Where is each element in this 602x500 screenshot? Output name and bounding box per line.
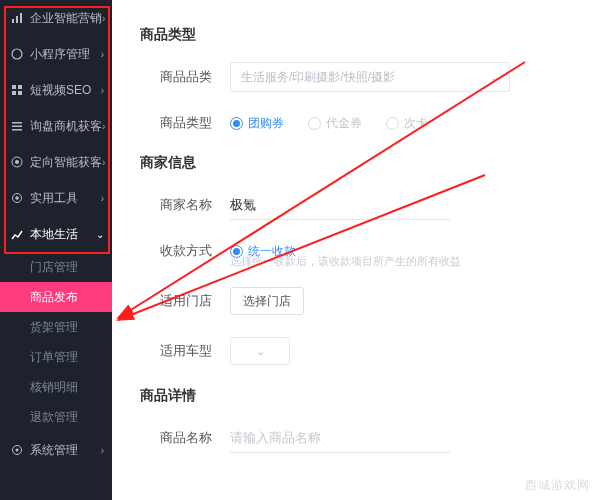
label-cars: 适用车型 — [140, 342, 212, 360]
chevron-right-icon: › — [102, 157, 105, 168]
svg-rect-0 — [12, 19, 14, 23]
sidebar-item-target[interactable]: 定向智能获客 › — [0, 144, 112, 180]
sidebar-item-local-life[interactable]: 本地生活 ⌄ — [0, 216, 112, 252]
sidebar-item-label: 短视频SEO — [30, 82, 101, 99]
sidebar-item-label: 小程序管理 — [30, 46, 101, 63]
gear-icon — [10, 191, 24, 205]
row-product-category: 商品品类 生活服务/印刷摄影/快照/摄影 ⌄ — [140, 62, 602, 92]
radio-dot-icon — [386, 117, 399, 130]
sidebar-item-label: 本地生活 — [30, 226, 96, 243]
svg-rect-8 — [12, 122, 22, 124]
svg-rect-7 — [18, 91, 22, 95]
section-title-merchant-info: 商家信息 — [140, 154, 602, 172]
row-product-name: 商品名称 — [140, 423, 602, 453]
sidebar: 企业智能营销 › 小程序管理 › 短视频SEO › 询盘商机获客 › 定向智能获… — [0, 0, 112, 500]
sidebar-item-tools[interactable]: 实用工具 › — [0, 180, 112, 216]
radio-label: 代金券 — [326, 115, 362, 132]
chevron-right-icon: › — [102, 121, 105, 132]
svg-rect-1 — [16, 16, 18, 23]
radio-voucher[interactable]: 代金券 — [308, 115, 362, 132]
chevron-right-icon: › — [101, 193, 104, 204]
section-title-product-detail: 商品详情 — [140, 387, 602, 405]
radio-dot-icon — [308, 117, 321, 130]
select-car-type[interactable]: ⌄ — [230, 337, 290, 365]
main-content: 商品类型 商品品类 生活服务/印刷摄影/快照/摄影 ⌄ 商品类型 团购券 代金券 — [112, 0, 602, 500]
circle-icon — [10, 47, 24, 61]
sidebar-item-label: 询盘商机获客 — [30, 118, 102, 135]
radio-label: 次卡 — [404, 115, 428, 132]
svg-rect-10 — [12, 129, 22, 131]
cog-icon — [10, 443, 24, 457]
row-merchant-name: 商家名称 — [140, 190, 602, 220]
svg-point-3 — [12, 49, 22, 59]
sidebar-item-system[interactable]: 系统管理 › — [0, 432, 112, 468]
sidebar-item-label: 定向智能获客 — [30, 154, 102, 171]
svg-rect-6 — [12, 91, 16, 95]
bars-icon — [10, 11, 24, 25]
chevron-right-icon: › — [101, 85, 104, 96]
row-product-type: 商品类型 团购券 代金券 次卡 — [140, 114, 602, 132]
label-payment: 收款方式 — [140, 242, 212, 260]
select-product-category[interactable]: 生活服务/印刷摄影/快照/摄影 ⌄ — [230, 62, 510, 92]
svg-rect-9 — [12, 126, 22, 128]
radio-card[interactable]: 次卡 — [386, 115, 428, 132]
row-cars: 适用车型 ⌄ — [140, 337, 602, 365]
svg-point-16 — [16, 449, 19, 452]
radio-groupon[interactable]: 团购券 — [230, 115, 284, 132]
sidebar-item-miniprogram[interactable]: 小程序管理 › — [0, 36, 112, 72]
svg-rect-2 — [20, 13, 22, 23]
sidebar-subitem-stores[interactable]: 门店管理 — [0, 252, 112, 282]
sidebar-item-label: 系统管理 — [30, 442, 101, 459]
chevron-down-icon: ⌄ — [256, 345, 265, 358]
svg-point-12 — [15, 160, 19, 164]
sidebar-item-label: 企业智能营销 — [30, 10, 102, 27]
sidebar-item-seo[interactable]: 短视频SEO › — [0, 72, 112, 108]
growth-icon — [10, 227, 24, 241]
grid-icon — [10, 83, 24, 97]
chevron-right-icon: › — [102, 13, 105, 24]
label-merchant-name: 商家名称 — [140, 196, 212, 214]
chevron-down-icon: ⌄ — [490, 71, 499, 84]
label-product-name: 商品名称 — [140, 429, 212, 447]
radio-group-product-type: 团购券 代金券 次卡 — [230, 115, 428, 132]
section-title-product-type: 商品类型 — [140, 26, 602, 44]
select-stores-button[interactable]: 选择门店 — [230, 287, 304, 315]
target-icon — [10, 155, 24, 169]
sidebar-item-marketing[interactable]: 企业智能营销 › — [0, 0, 112, 36]
input-merchant-name[interactable] — [230, 190, 450, 220]
input-product-name[interactable] — [230, 423, 450, 453]
sidebar-subitem-verify[interactable]: 核销明细 — [0, 372, 112, 402]
chevron-right-icon: › — [101, 445, 104, 456]
list-icon — [10, 119, 24, 133]
sidebar-item-label: 实用工具 — [30, 190, 101, 207]
svg-point-14 — [15, 196, 19, 200]
chevron-right-icon: › — [101, 49, 104, 60]
row-stores: 适用门店 选择门店 — [140, 287, 602, 315]
sidebar-sublist: 门店管理 商品发布 货架管理 订单管理 核销明细 退款管理 — [0, 252, 112, 432]
label-product-type: 商品类型 — [140, 114, 212, 132]
sidebar-item-inquiry[interactable]: 询盘商机获客 › — [0, 108, 112, 144]
svg-rect-5 — [18, 85, 22, 89]
chevron-down-icon: ⌄ — [96, 229, 104, 240]
sidebar-subitem-refund[interactable]: 退款管理 — [0, 402, 112, 432]
select-placeholder: 生活服务/印刷摄影/快照/摄影 — [241, 69, 395, 86]
radio-label: 团购券 — [248, 115, 284, 132]
sidebar-subitem-order[interactable]: 订单管理 — [0, 342, 112, 372]
label-product-category: 商品品类 — [140, 68, 212, 86]
watermark: 西城游戏网 — [525, 477, 590, 494]
radio-dot-icon — [230, 117, 243, 130]
sidebar-subitem-shelf[interactable]: 货架管理 — [0, 312, 112, 342]
label-stores: 适用门店 — [140, 292, 212, 310]
svg-rect-4 — [12, 85, 16, 89]
sidebar-subitem-product-publish[interactable]: 商品发布 — [0, 282, 112, 312]
payment-hint: 选择统一收款后，该收款项目所产生的所有收益 — [230, 254, 602, 269]
